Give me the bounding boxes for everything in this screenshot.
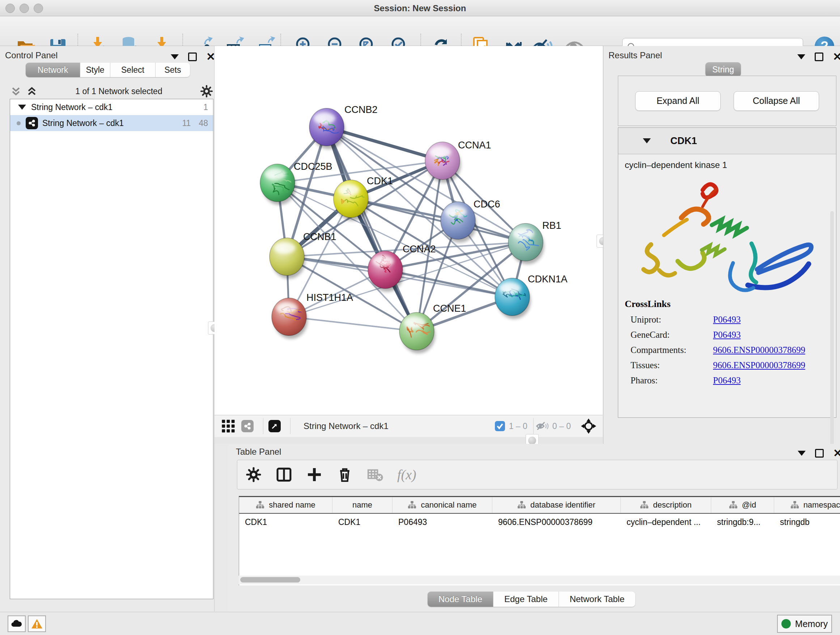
birds-eye-view-icon[interactable] xyxy=(220,418,236,434)
gene-card-header[interactable]: CDK1 xyxy=(618,128,836,154)
edge-CCNE1-HIST1H1A[interactable] xyxy=(289,317,417,331)
crosslinks-title: CrossLinks xyxy=(625,299,827,310)
node-CCNB2[interactable] xyxy=(309,108,345,149)
crosslink-link[interactable]: P06493 xyxy=(713,315,741,325)
node-CCNE1[interactable] xyxy=(399,312,435,353)
toolbar-separator xyxy=(290,418,291,434)
collection-count: 1 xyxy=(203,103,208,112)
column-header-database-identifier[interactable]: database identifier xyxy=(493,497,621,513)
table-header-row: shared namenamecanonical namedatabase id… xyxy=(239,497,840,514)
tab-sets[interactable]: Sets xyxy=(156,63,190,77)
open-in-window-icon[interactable] xyxy=(268,420,281,432)
node-CCNA1[interactable] xyxy=(425,142,461,183)
scrollbar-thumb[interactable] xyxy=(240,577,300,583)
delete-column-icon[interactable] xyxy=(336,466,353,483)
edge-CCNA2-CDKN1A[interactable] xyxy=(385,270,512,297)
network-collection-row[interactable]: String Network – cdk1 1 xyxy=(10,99,213,115)
network-graph[interactable]: CCNB2CCNA1CDC25BCDK1CDC6RB1CCNB1CCNA2CDK… xyxy=(215,46,603,415)
expand-all-button[interactable]: Expand All xyxy=(635,91,721,111)
table-cell[interactable]: stringdb:9... xyxy=(711,517,774,527)
column-header-canonical-name[interactable]: canonical name xyxy=(393,497,493,513)
node-label-CCNE1: CCNE1 xyxy=(433,303,466,314)
column-header-namespace[interactable]: namespace xyxy=(774,497,840,513)
column-header--id[interactable]: @id xyxy=(711,497,774,513)
table-toolbar: f(x) xyxy=(237,460,837,489)
network-column-icon xyxy=(256,501,264,509)
table-cell[interactable]: stringdb xyxy=(774,517,840,527)
pan-crosshair-icon[interactable] xyxy=(580,418,597,434)
crosslink-link[interactable]: 9606.ENSP00000378699 xyxy=(713,345,805,355)
disclosure-triangle-icon[interactable] xyxy=(643,138,651,143)
panel-float-icon[interactable] xyxy=(815,52,823,61)
panel-close-icon[interactable]: ✕ xyxy=(833,53,840,60)
table-row[interactable]: CDK1CDK1P064939606.ENSP00000378699cyclin… xyxy=(239,514,840,530)
panel-collapse-icon[interactable] xyxy=(797,54,805,59)
add-column-icon[interactable] xyxy=(306,466,323,483)
tab-string[interactable]: String xyxy=(706,62,741,77)
column-header-name[interactable]: name xyxy=(332,497,393,513)
network-row[interactable]: String Network – cdk1 11 48 xyxy=(10,115,213,131)
tab-style[interactable]: Style xyxy=(80,63,111,77)
cloud-icon xyxy=(11,619,22,628)
node-CCNB1[interactable] xyxy=(270,238,305,279)
node-CDC25B[interactable] xyxy=(260,164,296,205)
crosslink-row: Tissues:9606.ENSP00000378699 xyxy=(625,360,827,371)
node-table: shared namenamecanonical namedatabase id… xyxy=(239,496,840,585)
tab-select[interactable]: Select xyxy=(111,63,156,77)
control-panel-title: Control Panel xyxy=(5,50,57,60)
table-cell[interactable]: CDK1 xyxy=(239,517,332,527)
table-horizontal-scrollbar[interactable] xyxy=(239,576,840,584)
tab-node-table[interactable]: Node Table xyxy=(428,592,493,607)
node-label-CCNA2: CCNA2 xyxy=(403,244,436,255)
table-cell[interactable]: cyclin–dependent ... xyxy=(621,517,711,527)
cloud-status-button[interactable] xyxy=(8,616,26,632)
memory-button[interactable]: Memory xyxy=(777,615,832,633)
tab-network[interactable]: Network xyxy=(26,63,80,77)
edge-count: 48 xyxy=(199,119,208,128)
node-label-CCNB1: CCNB1 xyxy=(303,231,336,242)
crosslink-label: Tissues: xyxy=(625,360,713,371)
hidden-elements-eye-icon[interactable] xyxy=(536,421,549,432)
show-columns-icon[interactable] xyxy=(276,466,292,483)
node-label-CDC25B: CDC25B xyxy=(294,161,332,172)
panel-float-icon[interactable] xyxy=(188,52,197,61)
warnings-button[interactable] xyxy=(28,616,46,632)
crosslink-label: GeneCard: xyxy=(625,330,713,340)
panel-collapse-icon[interactable] xyxy=(171,54,179,59)
panel-close-icon[interactable]: ✕ xyxy=(833,450,840,457)
protein-structure-image xyxy=(633,171,818,295)
collapse-all-button[interactable]: Collapse All xyxy=(734,91,819,111)
node-RB1[interactable] xyxy=(508,223,544,264)
disclosure-triangle-icon[interactable] xyxy=(18,105,26,110)
gene-description: cyclin–dependent kinase 1 xyxy=(625,160,836,170)
table-cell[interactable]: 9606.ENSP00000378699 xyxy=(493,517,621,527)
column-header-shared-name[interactable]: shared name xyxy=(239,497,332,513)
panel-collapse-icon[interactable] xyxy=(798,451,806,456)
node-label-CDK1: CDK1 xyxy=(367,176,393,187)
node-HIST1H1A[interactable] xyxy=(272,298,308,339)
crosslinks-section: CrossLinks Uniprot:P06493GeneCard:P06493… xyxy=(625,299,827,386)
horizontal-splitter[interactable] xyxy=(215,437,603,444)
table-cell[interactable]: CDK1 xyxy=(332,517,393,527)
crosslink-link[interactable]: P06493 xyxy=(713,330,741,340)
cytoscape-window: { "window": { "title": "Session: New Ses… xyxy=(0,0,840,635)
column-header-description[interactable]: description xyxy=(621,497,711,513)
network-options-gear-icon[interactable] xyxy=(200,84,213,98)
crosslink-link[interactable]: 9606.ENSP00000378699 xyxy=(713,360,805,371)
table-options-gear-icon[interactable] xyxy=(245,466,262,483)
selected-nodes-checkbox-icon[interactable] xyxy=(494,421,505,432)
table-cell[interactable]: P06493 xyxy=(393,517,493,527)
network-view-title: String Network – cdk1 xyxy=(303,421,494,431)
node-CDKN1A[interactable] xyxy=(495,278,531,319)
expand-all-networks-icon[interactable] xyxy=(10,85,22,97)
collapse-all-networks-icon[interactable] xyxy=(26,85,38,97)
crosslink-link[interactable]: P06493 xyxy=(713,375,741,386)
network-canvas[interactable]: CCNB2CCNA1CDC25BCDK1CDC6RB1CCNB1CCNA2CDK… xyxy=(215,46,603,415)
table-panel-title: Table Panel xyxy=(236,447,281,457)
node-CDK1[interactable] xyxy=(333,180,369,221)
panel-float-icon[interactable] xyxy=(815,449,824,458)
tab-network-table[interactable]: Network Table xyxy=(559,592,636,607)
toolbar-separator xyxy=(533,418,534,434)
column-label: description xyxy=(653,500,691,510)
tab-edge-table[interactable]: Edge Table xyxy=(493,592,559,607)
